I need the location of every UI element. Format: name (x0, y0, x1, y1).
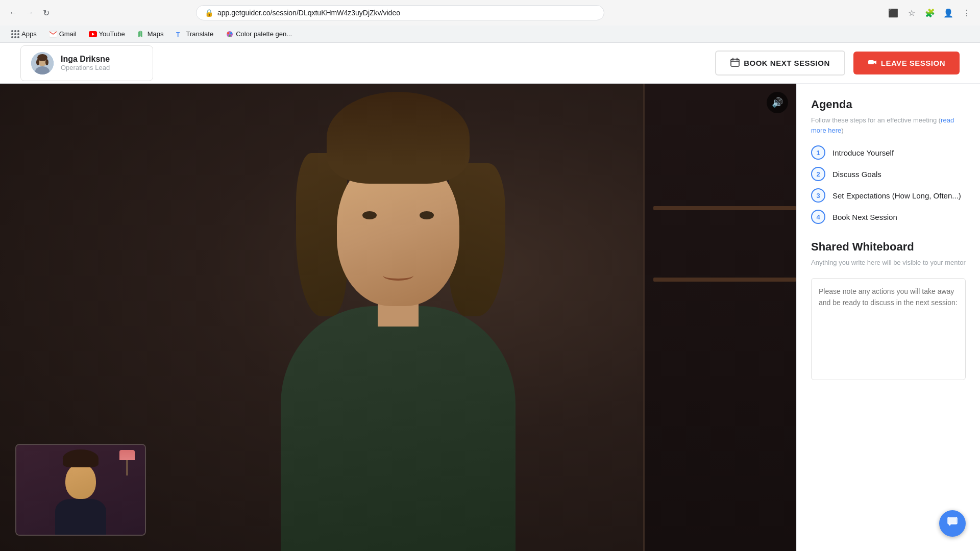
svg-rect-14 (731, 59, 739, 66)
browser-toolbar: ← → ↻ 🔒 app.getguider.co/session/DLqxtuK… (0, 0, 980, 26)
agenda-label-2: Discuss Goals (832, 170, 881, 179)
agenda-subtitle: Follow these steps for an effective meet… (811, 115, 966, 135)
scene-shelf-1 (653, 206, 796, 210)
lock-icon: 🔒 (205, 9, 213, 17)
pip-hair (63, 449, 99, 467)
lamp-shade (119, 450, 135, 460)
app-header: Inga Driksne Operations Lead BOOK NEXT S… (0, 43, 980, 84)
svg-rect-15 (868, 60, 874, 64)
agenda-number-4: 4 (811, 210, 825, 224)
agenda-item-3: 3 Set Expectations (How Long, Often...) (811, 188, 966, 203)
svg-point-5 (227, 32, 229, 34)
bookmark-gmail-label: Gmail (59, 30, 77, 38)
address-bar[interactable]: 🔒 app.getguider.co/session/DLqxtuKHmW4z3… (196, 5, 604, 20)
bookmark-youtube[interactable]: YouTube (84, 28, 130, 40)
forward-button[interactable]: → (22, 6, 37, 20)
back-button[interactable]: ← (6, 6, 20, 20)
agenda-number-3: 3 (811, 188, 825, 203)
bookmark-colorpalette[interactable]: Color palette gen... (220, 28, 297, 40)
calendar-icon (730, 58, 740, 68)
volume-icon: 🔊 (772, 97, 783, 108)
pip-head (65, 463, 96, 499)
agenda-number-2: 2 (811, 167, 825, 181)
scene-shelf-2 (653, 278, 796, 282)
bookmark-maps[interactable]: Maps (132, 28, 169, 40)
pip-person-figure (55, 445, 106, 536)
profile-button[interactable]: 👤 (941, 6, 955, 20)
volume-button[interactable]: 🔊 (767, 92, 788, 113)
pip-lamp (119, 450, 135, 475)
video-controls: 🔊 (767, 92, 788, 113)
browser-chrome: ← → ↻ 🔒 app.getguider.co/session/DLqxtuK… (0, 0, 980, 43)
url-text: app.getguider.co/session/DLqxtuKHmW4z3uy… (217, 9, 596, 17)
whiteboard-title: Shared Whiteboard (811, 240, 966, 254)
svg-text:T: T (176, 31, 180, 38)
maps-icon (137, 30, 145, 38)
agenda-title: Agenda (811, 98, 966, 111)
agenda-number-1: 1 (811, 145, 825, 160)
user-info: Inga Driksne Operations Lead (61, 55, 110, 71)
youtube-icon (89, 30, 97, 38)
translate-icon: T (176, 30, 184, 38)
leave-session-button[interactable]: LEAVE SESSION (853, 52, 960, 74)
pip-body (55, 499, 106, 536)
book-next-session-label: BOOK NEXT SESSION (744, 59, 830, 67)
bookmark-gmail[interactable]: Gmail (44, 28, 82, 40)
scene-mouth (383, 270, 413, 281)
scene-eye-right (420, 211, 434, 219)
svg-point-12 (36, 59, 39, 65)
menu-button[interactable]: ⋮ (960, 6, 974, 20)
colorpalette-icon (226, 30, 234, 38)
nav-buttons: ← → ↻ (6, 6, 53, 20)
svg-point-13 (45, 59, 48, 65)
chat-icon (946, 516, 959, 531)
whiteboard-section: Shared Whiteboard Anything you write her… (811, 240, 966, 382)
extensions-button[interactable]: 🧩 (923, 6, 937, 20)
bookmarks-bar: Apps Gmail YouTube Maps (0, 26, 980, 43)
lamp-pole (126, 460, 128, 475)
bookmark-maps-label: Maps (148, 30, 164, 38)
user-card: Inga Driksne Operations Lead (20, 45, 153, 81)
bookmark-youtube-label: YouTube (99, 30, 125, 38)
sidebar: Agenda Follow these steps for an effecti… (796, 84, 980, 551)
scene-torso (281, 306, 516, 551)
leave-session-label: LEAVE SESSION (881, 59, 945, 67)
agenda-section: Agenda Follow these steps for an effecti… (811, 98, 966, 224)
refresh-button[interactable]: ↻ (39, 6, 53, 20)
gmail-icon (49, 30, 57, 38)
avatar (31, 52, 54, 74)
scene-cabinet (643, 84, 796, 551)
user-role: Operations Lead (61, 64, 110, 71)
agenda-label-3: Set Expectations (How Long, Often...) (832, 191, 961, 200)
app-content: Inga Driksne Operations Lead BOOK NEXT S… (0, 43, 980, 551)
scene-eye-left (362, 211, 377, 219)
bookmark-star-button[interactable]: ☆ (904, 6, 919, 20)
user-name: Inga Driksne (61, 55, 110, 64)
scene-hair-top (327, 92, 470, 184)
bookmark-colorpalette-label: Color palette gen... (236, 30, 292, 38)
bookmark-translate[interactable]: T Translate (170, 28, 218, 40)
agenda-item-2: 2 Discuss Goals (811, 167, 966, 181)
book-next-session-button[interactable]: BOOK NEXT SESSION (715, 51, 845, 76)
main-content: 🔊 (0, 84, 980, 551)
svg-point-6 (230, 32, 232, 34)
pip-scene (16, 445, 145, 535)
whiteboard-subtitle: Anything you write here will be visible … (811, 258, 966, 268)
agenda-item-4: 4 Book Next Session (811, 210, 966, 224)
chat-fab-button[interactable] (939, 510, 966, 537)
cast-button[interactable]: ⬛ (886, 6, 900, 20)
agenda-label-4: Book Next Session (832, 213, 897, 221)
video-off-icon (868, 58, 877, 68)
apps-icon (11, 30, 19, 38)
video-area: 🔊 (0, 84, 796, 551)
read-more-link[interactable]: read more here (811, 116, 954, 134)
bookmark-apps-label: Apps (21, 30, 37, 38)
agenda-item-1: 1 Introduce Yourself (811, 145, 966, 160)
agenda-label-1: Introduce Yourself (832, 148, 894, 157)
bookmark-translate-label: Translate (186, 30, 213, 38)
pip-video (15, 444, 146, 536)
whiteboard-textarea[interactable] (811, 278, 966, 380)
svg-point-7 (229, 35, 231, 37)
browser-actions: ⬛ ☆ 🧩 👤 ⋮ (886, 6, 974, 20)
bookmark-apps[interactable]: Apps (6, 28, 42, 40)
